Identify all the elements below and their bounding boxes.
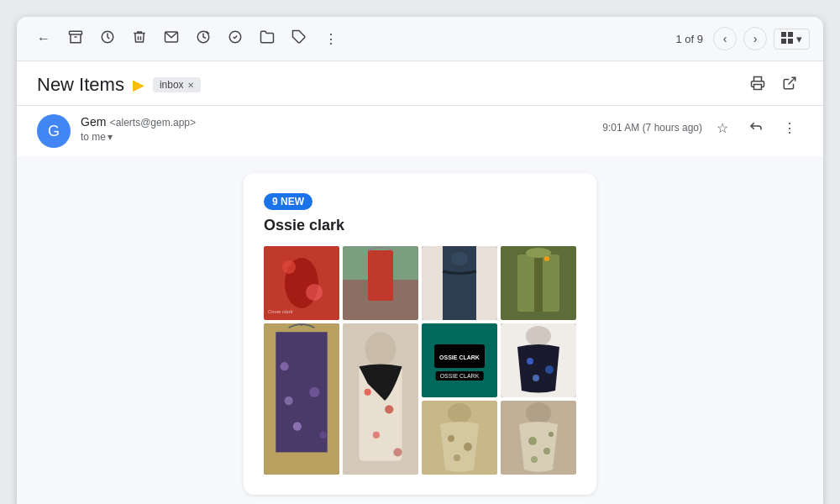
svg-point-42 [365, 389, 371, 396]
view-chevron-icon: ▾ [796, 33, 802, 45]
task-button[interactable] [222, 25, 249, 52]
svg-point-61 [528, 437, 537, 445]
mail-icon [164, 29, 179, 48]
chevron-down-icon: ▾ [108, 131, 113, 143]
sender-name-row: Gem <alerts@gem.app> [81, 114, 196, 129]
inbox-label-badge: inbox ✕ [153, 77, 201, 92]
archive-button[interactable] [62, 25, 89, 52]
sender-avatar: G [37, 114, 71, 148]
delete-icon [132, 29, 147, 48]
delete-button[interactable] [126, 25, 153, 52]
toolbar-left: ← [30, 25, 344, 52]
svg-point-30 [544, 256, 549, 261]
next-icon: › [753, 32, 758, 45]
product-image-5[interactable] [264, 323, 339, 475]
toolbar: ← [17, 17, 823, 61]
svg-point-33 [280, 362, 288, 370]
svg-point-35 [293, 423, 302, 431]
svg-rect-11 [788, 39, 793, 44]
svg-point-53 [533, 375, 539, 381]
svg-point-55 [448, 403, 471, 423]
product-image-3[interactable] [422, 246, 497, 320]
svg-point-63 [531, 456, 538, 463]
prev-email-button[interactable]: ‹ [713, 27, 737, 50]
svg-point-62 [543, 448, 550, 454]
svg-rect-8 [781, 32, 786, 37]
email-body: 9 NEW Ossie clark Ossie clark [17, 156, 823, 504]
svg-point-56 [448, 435, 454, 442]
snooze-icon [100, 29, 115, 48]
photo-grid: Ossie clark [264, 246, 576, 475]
timestamp: 9:01 AM (7 hours ago) [602, 122, 702, 134]
prev-icon: ‹ [723, 32, 727, 45]
more-actions-button[interactable]: ⋮ [318, 25, 344, 52]
svg-rect-9 [788, 32, 793, 37]
label-icon [291, 29, 307, 48]
svg-point-57 [464, 443, 472, 451]
back-arrow-icon: ← [37, 31, 50, 46]
back-button[interactable]: ← [30, 25, 57, 52]
next-email-button[interactable]: › [743, 27, 767, 50]
svg-rect-21 [368, 250, 393, 301]
svg-point-34 [309, 387, 319, 397]
svg-point-44 [373, 432, 380, 438]
svg-point-16 [282, 260, 296, 274]
sender-left: G Gem <alerts@gem.app> to me ▾ [37, 114, 196, 148]
product-image-9[interactable] [422, 401, 497, 475]
product-image-7[interactable]: OSSIE CLARK [422, 323, 497, 397]
svg-point-64 [549, 432, 554, 437]
postpone-button[interactable] [190, 25, 217, 52]
product-image-1[interactable]: Ossie clark [264, 246, 339, 320]
more-dots-icon: ⋮ [324, 31, 338, 47]
svg-point-52 [545, 365, 554, 374]
new-count-badge: 9 NEW [264, 193, 312, 210]
svg-point-43 [385, 405, 393, 413]
product-image-10[interactable] [501, 401, 576, 475]
svg-text:Ossie clark: Ossie clark [268, 309, 294, 314]
brand-name: Ossie clark [264, 217, 576, 234]
sender-name: Gem [81, 115, 106, 129]
svg-point-58 [454, 454, 460, 461]
email-window: ← [17, 17, 823, 504]
sender-area: G Gem <alerts@gem.app> to me ▾ 9:01 AM (… [17, 106, 823, 156]
sender-info: Gem <alerts@gem.app> to me ▾ [81, 114, 196, 143]
print-button[interactable] [744, 71, 771, 98]
reply-icon [748, 118, 764, 137]
svg-rect-0 [70, 31, 82, 34]
svg-point-37 [285, 396, 293, 405]
product-image-6[interactable] [343, 323, 418, 475]
mark-unread-button[interactable] [158, 25, 185, 52]
label-button[interactable] [286, 25, 312, 52]
more-icon: ⋮ [783, 120, 796, 136]
move-button[interactable] [254, 25, 281, 52]
email-card[interactable]: 9 NEW Ossie clark Ossie clark [244, 173, 596, 495]
reply-button[interactable] [743, 114, 769, 141]
more-options-button[interactable]: ⋮ [776, 114, 803, 141]
view-toggle-button[interactable]: ▾ [774, 29, 810, 50]
sender-right: 9:01 AM (7 hours ago) ☆ ⋮ [602, 114, 803, 141]
snooze-button[interactable] [94, 25, 121, 52]
email-title-row: New Items ▶ inbox ✕ [37, 74, 201, 96]
print-icon [750, 76, 765, 94]
svg-point-60 [526, 402, 551, 424]
svg-point-17 [306, 284, 323, 301]
to-label: to me [81, 131, 106, 143]
remove-label-button[interactable]: ✕ [187, 81, 194, 90]
task-icon [228, 29, 243, 48]
product-image-2[interactable] [343, 246, 418, 320]
product-image-8[interactable] [501, 323, 576, 397]
postpone-icon [196, 29, 211, 48]
toolbar-right: 1 of 9 ‹ › ▾ [675, 27, 810, 50]
sender-email: <alerts@gem.app> [110, 117, 196, 129]
star-button[interactable]: ☆ [709, 114, 736, 141]
archive-icon [68, 29, 83, 48]
email-subject-header: New Items ▶ inbox ✕ [17, 61, 823, 106]
svg-point-25 [451, 252, 468, 265]
folder-icon [260, 29, 275, 48]
svg-point-40 [365, 332, 396, 366]
recipients-toggle[interactable]: to me ▾ [81, 131, 196, 143]
view-icon [781, 32, 793, 46]
open-external-button[interactable] [776, 71, 803, 98]
svg-rect-10 [781, 39, 786, 44]
product-image-4[interactable] [501, 246, 576, 320]
